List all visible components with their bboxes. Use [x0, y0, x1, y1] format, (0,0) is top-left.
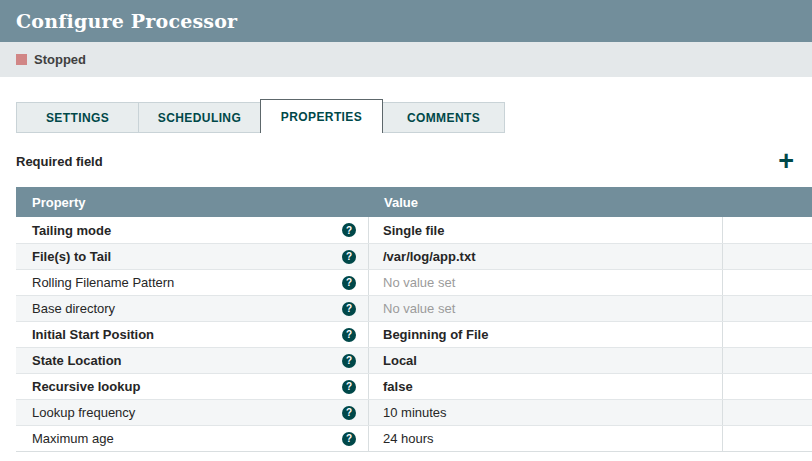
- help-icon[interactable]: [342, 223, 356, 237]
- property-value: Beginning of File: [383, 327, 488, 342]
- properties-table: Property Value Tailing mode Single file …: [16, 187, 812, 452]
- dialog-titlebar: Configure Processor: [0, 0, 812, 42]
- property-cell: Lookup frequency: [16, 400, 368, 425]
- tab-comments-label: COMMENTS: [407, 111, 480, 125]
- extra-cell: [722, 426, 812, 451]
- property-row[interactable]: State Location Local: [16, 347, 812, 373]
- value-column-header: Value: [368, 195, 722, 210]
- tab-scheduling[interactable]: SCHEDULING: [138, 102, 261, 133]
- properties-table-header: Property Value: [16, 187, 812, 217]
- extra-cell: [722, 348, 812, 373]
- property-cell: State Location: [16, 348, 368, 373]
- property-row[interactable]: Recursive lookup false: [16, 373, 812, 399]
- property-value: /var/log/app.txt: [383, 249, 475, 264]
- required-field-label: Required field: [16, 154, 103, 169]
- property-value: 10 minutes: [383, 405, 447, 420]
- tab-settings[interactable]: SETTINGS: [16, 102, 139, 133]
- property-cell: Maximum age: [16, 426, 368, 451]
- extra-cell: [722, 270, 812, 295]
- tab-properties[interactable]: PROPERTIES: [260, 99, 383, 133]
- property-cell: Tailing mode: [16, 217, 368, 243]
- property-value: No value set: [383, 275, 455, 290]
- stopped-status-icon: [16, 54, 27, 65]
- value-cell[interactable]: /var/log/app.txt: [368, 244, 722, 269]
- value-cell[interactable]: 10 minutes: [368, 400, 722, 425]
- property-cell: Initial Start Position: [16, 322, 368, 347]
- properties-table-body: Tailing mode Single file File(s) to Tail…: [16, 217, 812, 451]
- property-name: File(s) to Tail: [32, 249, 111, 264]
- property-value: 24 hours: [383, 431, 434, 446]
- help-icon[interactable]: [342, 380, 356, 394]
- property-cell: Base directory: [16, 296, 368, 321]
- property-cell: Recursive lookup: [16, 374, 368, 399]
- tab-properties-label: PROPERTIES: [281, 110, 362, 124]
- value-cell[interactable]: 24 hours: [368, 426, 722, 451]
- help-icon[interactable]: [342, 302, 356, 316]
- help-icon[interactable]: [342, 328, 356, 342]
- help-icon[interactable]: [342, 250, 356, 264]
- tab-bar: SETTINGS SCHEDULING PROPERTIES COMMENTS: [16, 99, 796, 133]
- value-cell[interactable]: No value set: [368, 296, 722, 321]
- property-cell: Rolling Filename Pattern: [16, 270, 368, 295]
- property-name: Base directory: [32, 301, 115, 316]
- property-value: false: [383, 379, 413, 394]
- value-cell[interactable]: No value set: [368, 270, 722, 295]
- value-cell[interactable]: false: [368, 374, 722, 399]
- status-bar: Stopped: [0, 42, 812, 77]
- property-name: Maximum age: [32, 431, 114, 446]
- status-label: Stopped: [34, 52, 86, 67]
- help-icon[interactable]: [342, 276, 356, 290]
- property-row[interactable]: Rolling Filename Pattern No value set: [16, 269, 812, 295]
- property-row[interactable]: File(s) to Tail /var/log/app.txt: [16, 243, 812, 269]
- extra-cell: [722, 400, 812, 425]
- property-name: Recursive lookup: [32, 379, 140, 394]
- property-row[interactable]: Initial Start Position Beginning of File: [16, 321, 812, 347]
- property-value: Local: [383, 353, 417, 368]
- property-name: Tailing mode: [32, 223, 111, 238]
- extra-cell: [722, 322, 812, 347]
- tab-settings-label: SETTINGS: [46, 111, 109, 125]
- help-icon[interactable]: [342, 432, 356, 446]
- help-icon[interactable]: [342, 406, 356, 420]
- property-name: Rolling Filename Pattern: [32, 275, 174, 290]
- property-name: Initial Start Position: [32, 327, 154, 342]
- value-cell[interactable]: Beginning of File: [368, 322, 722, 347]
- value-cell[interactable]: Local: [368, 348, 722, 373]
- extra-cell: [722, 244, 812, 269]
- property-name: State Location: [32, 353, 122, 368]
- extra-cell: [722, 296, 812, 321]
- value-cell[interactable]: Single file: [368, 217, 722, 243]
- property-row[interactable]: Lookup frequency 10 minutes: [16, 399, 812, 425]
- property-value: No value set: [383, 301, 455, 316]
- add-property-button[interactable]: +: [774, 149, 798, 173]
- help-icon[interactable]: [342, 354, 356, 368]
- property-row[interactable]: Maximum age 24 hours: [16, 425, 812, 451]
- tab-comments[interactable]: COMMENTS: [382, 102, 505, 133]
- properties-toolbar: Required field +: [16, 143, 798, 179]
- property-row[interactable]: Tailing mode Single file: [16, 217, 812, 243]
- extra-cell: [722, 374, 812, 399]
- tab-scheduling-label: SCHEDULING: [158, 111, 241, 125]
- property-value: Single file: [383, 223, 444, 238]
- property-cell: File(s) to Tail: [16, 244, 368, 269]
- property-column-header: Property: [16, 195, 368, 210]
- dialog-title: Configure Processor: [16, 10, 237, 32]
- extra-cell: [722, 217, 812, 243]
- property-name: Lookup frequency: [32, 405, 135, 420]
- property-row[interactable]: Base directory No value set: [16, 295, 812, 321]
